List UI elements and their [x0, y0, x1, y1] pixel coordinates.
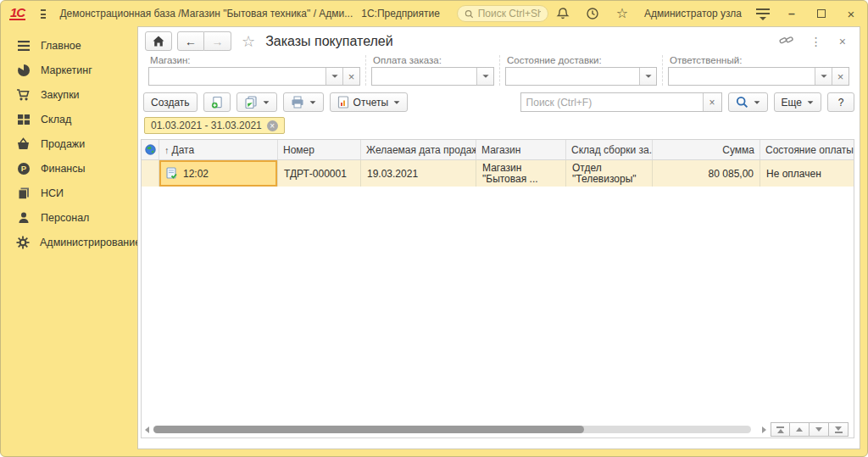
sidebar-item-sklad[interactable]: Склад: [1, 107, 137, 131]
remove-period-filter-icon[interactable]: ×: [267, 120, 278, 131]
horizontal-scrollbar[interactable]: [153, 426, 751, 433]
favorites-star-icon[interactable]: ☆: [615, 6, 630, 21]
sidebar-item-prodazhi[interactable]: Продажи: [1, 131, 137, 156]
cell-date[interactable]: 12:02: [159, 160, 278, 187]
filter-delivery-state: Состояние доставки:: [499, 55, 662, 86]
sidebar-item-glavnoe[interactable]: Главное: [1, 33, 137, 58]
sidebar-item-nsi[interactable]: НСИ: [1, 181, 137, 205]
more-label: Еще: [782, 97, 802, 109]
orders-list-form: ← → ☆ Заказы покупателей ⋮ × Магазин: ×: [137, 26, 860, 449]
chevron-down-icon: [760, 17, 766, 20]
cell-desired-date[interactable]: 19.03.2021: [361, 160, 476, 187]
create-button[interactable]: Создать: [143, 92, 198, 112]
add-to-favorites-star-icon[interactable]: ☆: [242, 32, 255, 51]
sidebar-item-label: Закупки: [41, 89, 80, 101]
column-header-payment-state[interactable]: Состояние оплаты: [760, 140, 854, 159]
service-menu-icon[interactable]: [756, 8, 770, 19]
sidebar-item-zakupki[interactable]: Закупки: [1, 82, 137, 107]
cell-sum[interactable]: 80 085,00: [653, 160, 760, 187]
scroll-left-arrow-icon[interactable]: [145, 426, 149, 433]
filter-responsible: Ответственный: ×: [662, 55, 854, 86]
close-window-button[interactable]: ×: [843, 6, 859, 21]
maximize-button[interactable]: [814, 6, 829, 21]
cell-store[interactable]: Магазин"Бытовая ...: [476, 160, 566, 187]
responsible-dropdown-button[interactable]: [815, 68, 832, 85]
sidebar-item-label: Персонал: [41, 212, 89, 224]
scrollbar-thumb[interactable]: [153, 426, 584, 433]
sections-sidebar: Главное Маркетинг Закупки Склад Продажи …: [1, 26, 137, 456]
sidebar-item-finansy[interactable]: Р Финансы: [1, 156, 137, 181]
page-up-button[interactable]: [790, 422, 810, 437]
list-search-clear-button[interactable]: ×: [703, 93, 721, 111]
payment-combobox[interactable]: [371, 67, 494, 86]
delivery-input[interactable]: [506, 68, 639, 85]
cell-payment-state[interactable]: Не оплачен: [760, 160, 854, 187]
list-search-input[interactable]: [521, 97, 703, 109]
help-button[interactable]: ?: [827, 92, 854, 112]
scroll-right-arrow-icon[interactable]: [762, 426, 766, 433]
delivery-dropdown-button[interactable]: [639, 68, 656, 85]
current-user[interactable]: Администратор узла: [644, 8, 742, 20]
triangle-up-icon: [796, 427, 803, 432]
sidebar-item-marketing[interactable]: Маркетинг: [1, 58, 137, 82]
list-navigation-buttons: [771, 422, 849, 437]
payment-dropdown-button[interactable]: [476, 68, 493, 85]
sidebar-item-personal[interactable]: Персонал: [1, 205, 137, 230]
home-button[interactable]: [145, 31, 172, 51]
grid-boxes-icon: [16, 112, 31, 126]
page-down-button[interactable]: [810, 422, 829, 437]
table-row[interactable]: 12:02 ТДРТ-000001 19.03.2021 Магазин"Быт…: [142, 160, 854, 187]
triangle-down-icon: [815, 427, 822, 432]
more-actions-icon[interactable]: ⋮: [810, 35, 822, 48]
more-button[interactable]: Еще: [774, 92, 821, 112]
column-header-desired-date[interactable]: Желаемая дата продажи: [361, 140, 476, 159]
global-search-input[interactable]: [478, 8, 541, 20]
delivery-combobox[interactable]: [505, 67, 657, 86]
responsible-combobox[interactable]: ×: [668, 67, 849, 86]
minimize-button[interactable]: –: [784, 6, 799, 21]
main-menu-icon[interactable]: [41, 9, 46, 19]
catalog-cards-icon: [16, 186, 31, 200]
close-form-button[interactable]: ×: [839, 35, 846, 48]
global-search[interactable]: [457, 5, 548, 22]
column-header-date[interactable]: ↑Дата: [159, 140, 278, 159]
payment-input[interactable]: [372, 68, 476, 85]
docs-arrow-icon: [244, 96, 258, 109]
reports-button[interactable]: Отчеты: [330, 92, 408, 112]
create-by-copy-button[interactable]: [203, 92, 231, 112]
filter-label: Состояние доставки:: [505, 55, 657, 65]
column-header-store[interactable]: Магазин: [476, 140, 566, 159]
bar-icon: [776, 426, 784, 428]
advanced-search-button[interactable]: [728, 92, 768, 112]
store-dropdown-button[interactable]: [326, 68, 342, 85]
responsible-input[interactable]: [669, 68, 815, 85]
selected-cell[interactable]: 12:02: [159, 160, 277, 187]
print-button[interactable]: [283, 92, 324, 112]
cell-number[interactable]: ТДРТ-000001: [278, 160, 361, 187]
period-filter-tag[interactable]: 01.03.2021 - 31.03.2021 ×: [144, 117, 285, 134]
exchange-column-header[interactable]: [142, 140, 159, 159]
store-combobox[interactable]: ×: [148, 67, 360, 86]
forward-button[interactable]: →: [204, 31, 231, 51]
sidebar-item-administrirovanie[interactable]: Администрирование: [1, 230, 137, 254]
back-button[interactable]: ←: [177, 31, 204, 51]
column-header-number[interactable]: Номер: [278, 140, 361, 159]
sort-ascending-icon: ↑: [164, 145, 170, 155]
column-header-sum[interactable]: Сумма: [653, 140, 760, 159]
documents-actions-button[interactable]: [236, 92, 277, 112]
list-search-box[interactable]: ×: [520, 92, 722, 112]
notifications-bell-icon[interactable]: [555, 6, 570, 21]
responsible-clear-button[interactable]: ×: [832, 68, 849, 85]
get-link-icon[interactable]: [779, 34, 793, 49]
go-to-first-button[interactable]: [771, 422, 790, 437]
column-header-warehouse[interactable]: Склад сборки за...: [566, 140, 653, 159]
table-empty-area[interactable]: [142, 187, 854, 423]
svg-text:Р: Р: [20, 164, 26, 173]
history-clock-icon[interactable]: [585, 6, 600, 21]
go-to-last-button[interactable]: [829, 422, 849, 437]
chevron-down-icon: [331, 75, 337, 78]
store-input[interactable]: [149, 68, 326, 85]
store-clear-button[interactable]: ×: [342, 68, 359, 85]
sidebar-item-label: Продажи: [41, 138, 85, 150]
cell-warehouse[interactable]: Отдел"Телевизоры": [566, 160, 653, 187]
